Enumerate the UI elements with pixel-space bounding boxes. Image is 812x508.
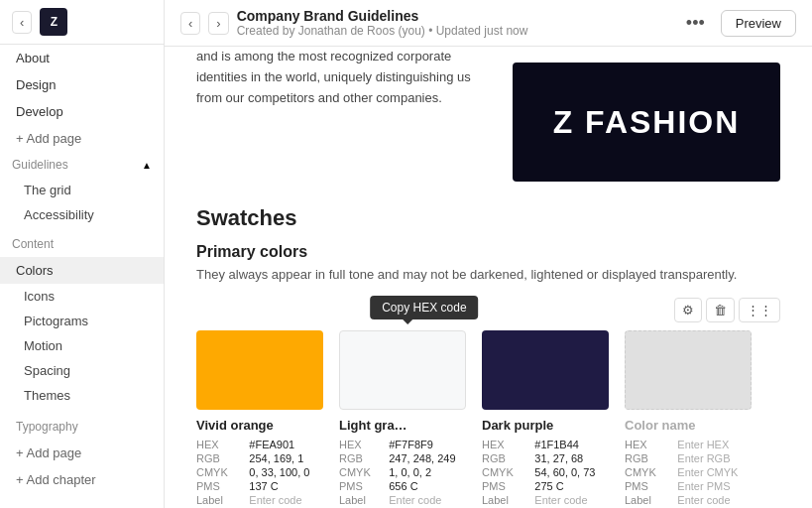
prev-page-button[interactable]: ‹	[180, 12, 200, 35]
back-button[interactable]: ‹	[12, 11, 32, 34]
settings-button[interactable]: ⚙	[674, 298, 702, 322]
primary-colors-title: Primary colors	[196, 243, 780, 261]
sidebar-item-accessibility[interactable]: Accessibility	[0, 202, 164, 227]
sidebar-item-label: Develop	[16, 104, 63, 119]
more-options-button[interactable]: •••	[680, 11, 711, 36]
sidebar-item-themes[interactable]: Themes	[0, 383, 164, 408]
color-card-light-gray: Copy HEX code Light gra… HEX #F7F8F9 RGB…	[339, 330, 466, 506]
color-name-light-gray: Light gra…	[339, 418, 466, 433]
color-swatches-container: Vivid orange HEX #FEA901 RGB 254, 169, 1…	[196, 330, 780, 506]
content-section-header[interactable]: Content	[0, 231, 164, 257]
content-area: and is among the most recognized corpora…	[165, 47, 812, 508]
color-swatch-empty[interactable]	[625, 330, 752, 410]
guidelines-label: Guidelines	[12, 158, 68, 172]
swatches-title: Swatches	[196, 205, 780, 231]
sidebar-top: ‹ Z	[0, 0, 164, 45]
color-info-empty: HEX Enter HEX RGB Enter RGB CMYK Enter C…	[625, 439, 752, 506]
doc-icon: Z	[40, 8, 67, 36]
swatches-section: Swatches Primary colors They always appe…	[196, 205, 780, 508]
primary-colors-desc: They always appear in full tone and may …	[196, 267, 780, 282]
sidebar-item-develop[interactable]: Develop	[0, 98, 164, 125]
hex-value: #FEA901	[249, 439, 323, 450]
sidebar-item-spacing[interactable]: Spacing	[0, 358, 164, 383]
content-label: Content	[12, 237, 54, 251]
page-content: and is among the most recognized corpora…	[165, 47, 812, 508]
grid-layout-button[interactable]: ⋮⋮	[739, 298, 780, 322]
doc-header: ‹ › Company Brand Guidelines Created by …	[165, 0, 812, 47]
guidelines-section-header[interactable]: Guidelines ▲	[0, 152, 164, 178]
hero-section: and is among the most recognized corpora…	[196, 47, 780, 182]
color-card-dark-purple: Dark purple HEX #1F1B44 RGB 31, 27, 68 C…	[482, 330, 609, 506]
preview-button[interactable]: Preview	[721, 10, 796, 37]
color-name-dark-purple: Dark purple	[482, 418, 609, 433]
main-area: ‹ › Company Brand Guidelines Created by …	[165, 0, 812, 508]
next-page-button[interactable]: ›	[208, 12, 228, 35]
sidebar-item-colors[interactable]: Colors	[0, 257, 164, 284]
color-swatch-dark-purple[interactable]	[482, 330, 609, 410]
document-meta: Created by Jonathan de Roos (you) • Upda…	[237, 24, 528, 38]
color-card-empty: Color name HEX Enter HEX RGB Enter RGB C…	[625, 330, 752, 506]
typography-section[interactable]: Typography	[0, 414, 164, 440]
document-title: Company Brand Guidelines	[237, 8, 528, 24]
color-swatch-light-gray[interactable]: Copy HEX code	[339, 330, 466, 410]
sidebar-item-pictograms[interactable]: Pictograms	[0, 309, 164, 333]
sidebar-item-icons[interactable]: Icons	[0, 284, 164, 309]
doc-header-left: ‹ › Company Brand Guidelines Created by …	[180, 8, 527, 38]
header-right: ••• Preview	[680, 10, 796, 37]
add-chapter-button[interactable]: + Add chapter	[0, 466, 164, 493]
brand-description: and is among the most recognized corpora…	[196, 47, 489, 108]
sidebar-item-label: Design	[16, 77, 56, 92]
color-name-vivid-orange: Vivid orange	[196, 418, 323, 433]
color-info-dark-purple: HEX #1F1B44 RGB 31, 27, 68 CMYK 54, 60, …	[482, 439, 609, 506]
color-name-empty: Color name	[625, 418, 752, 433]
chevron-up-icon: ▲	[142, 160, 152, 171]
color-info-light-gray: HEX #F7F8F9 RGB 247, 248, 249 CMYK 1, 0,…	[339, 439, 466, 506]
brand-logo: Z FASHION	[513, 63, 780, 182]
color-swatch-vivid-orange[interactable]	[196, 330, 323, 410]
typography-label: Typography	[16, 420, 78, 434]
sidebar-item-the-grid[interactable]: The grid	[0, 178, 164, 202]
sidebar-item-about[interactable]: About	[0, 45, 164, 71]
color-info-vivid-orange: HEX #FEA901 RGB 254, 169, 1 CMYK 0, 33, …	[196, 439, 323, 506]
swatch-toolbar: ⚙ 🗑 ⋮⋮	[196, 298, 780, 322]
color-card-vivid-orange: Vivid orange HEX #FEA901 RGB 254, 169, 1…	[196, 330, 323, 506]
sidebar-item-motion[interactable]: Motion	[0, 333, 164, 358]
add-page-button[interactable]: + Add page	[0, 125, 164, 152]
add-page-button-2[interactable]: + Add page	[0, 440, 164, 466]
sidebar: ‹ Z About Design Develop + Add page Guid…	[0, 0, 165, 508]
delete-button[interactable]: 🗑	[706, 298, 735, 322]
sidebar-item-label: About	[16, 51, 50, 65]
sidebar-item-design[interactable]: Design	[0, 71, 164, 98]
